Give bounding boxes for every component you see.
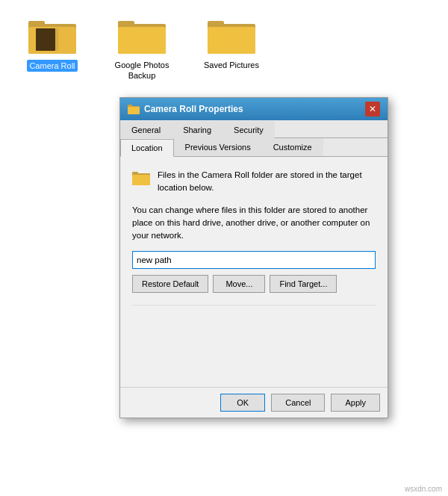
camera-roll-folder-icon <box>28 15 76 57</box>
saved-pictures-folder-icon <box>208 15 255 57</box>
dialog-title: Camera Roll Properties <box>144 104 243 114</box>
info-text-2: You can change where files in this folde… <box>132 204 376 243</box>
move-button[interactable]: Move... <box>213 275 265 293</box>
folder-google-photos-label: Google PhotosBackup <box>115 60 169 81</box>
subtab-location[interactable]: Location <box>120 139 174 157</box>
watermark: wsxdn.com <box>405 485 442 493</box>
folder-google-photos[interactable]: Google PhotosBackup <box>112 15 172 81</box>
restore-default-button[interactable]: Restore Default <box>132 275 208 293</box>
info-row: Files in the Camera Roll folder are stor… <box>132 169 376 195</box>
google-photos-folder-icon <box>118 15 166 57</box>
info-text-1: Files in the Camera Roll folder are stor… <box>158 169 376 195</box>
folder-saved-pictures-label: Saved Pictures <box>204 60 259 70</box>
dialog-spacer-area <box>132 305 376 379</box>
subtab-customize[interactable]: Customize <box>262 138 323 156</box>
folder-camera-roll[interactable]: Camera Roll <box>22 15 82 72</box>
apply-button[interactable]: Apply <box>331 394 380 412</box>
action-buttons: Restore Default Move... Find Target... <box>132 275 376 293</box>
tab-security[interactable]: Security <box>223 121 275 138</box>
titlebar-left: Camera Roll Properties <box>128 103 243 115</box>
properties-dialog: Camera Roll Properties ✕ General Sharing… <box>119 97 388 418</box>
subtabs-row: Location Previous Versions Customize <box>120 138 388 157</box>
folder-saved-pictures[interactable]: Saved Pictures <box>202 15 261 70</box>
find-target-button[interactable]: Find Target... <box>270 275 337 293</box>
svg-rect-16 <box>132 175 150 185</box>
ok-button[interactable]: OK <box>220 394 265 412</box>
cancel-button[interactable]: Cancel <box>271 394 325 412</box>
tab-general[interactable]: General <box>120 121 172 138</box>
dialog-titlebar: Camera Roll Properties ✕ <box>120 98 388 120</box>
dialog-close-button[interactable]: ✕ <box>365 102 380 117</box>
path-input[interactable] <box>132 251 376 269</box>
tab-sharing[interactable]: Sharing <box>172 121 223 138</box>
dialog-body: Files in the Camera Roll folder are stor… <box>120 157 388 387</box>
folder-camera-roll-label: Camera Roll <box>27 60 77 72</box>
svg-rect-10 <box>208 27 255 54</box>
subtab-previous-versions[interactable]: Previous Versions <box>174 138 262 156</box>
svg-rect-4 <box>55 28 58 51</box>
info-folder-icon <box>132 170 150 187</box>
svg-rect-3 <box>36 28 55 51</box>
svg-rect-13 <box>128 107 140 114</box>
dialog-folder-icon <box>128 103 140 115</box>
svg-rect-7 <box>118 27 166 54</box>
dialog-footer: OK Cancel Apply <box>120 387 388 418</box>
tabs-row: General Sharing Security <box>120 120 388 138</box>
